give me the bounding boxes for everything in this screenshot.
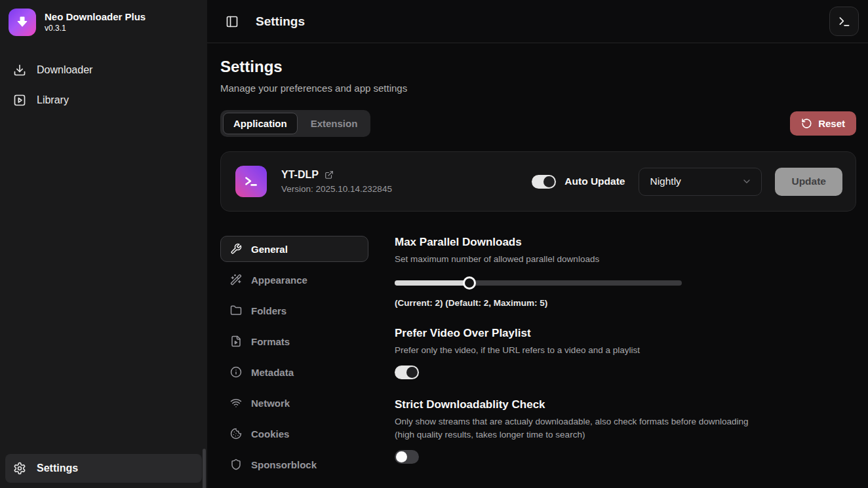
- settings-nav-cookies[interactable]: Cookies: [220, 421, 368, 447]
- tab-group: Application Extension: [220, 110, 370, 137]
- slider-thumb[interactable]: [463, 276, 476, 290]
- app-version: v0.3.1: [45, 24, 146, 33]
- sidebar-spacer: [0, 116, 207, 454]
- terminal-icon: [838, 15, 851, 28]
- update-button[interactable]: Update: [775, 168, 842, 196]
- prefer-video-toggle[interactable]: [395, 366, 419, 379]
- sidebar-scrollbar[interactable]: [203, 449, 206, 488]
- setting-max-parallel: Max Parallel Downloads Set maximum numbe…: [395, 236, 856, 308]
- app-logo: [9, 9, 36, 36]
- auto-update-label: Auto Update: [564, 176, 625, 187]
- settings-nav: General Appearance: [220, 236, 368, 483]
- ytdlp-terminal-icon: [235, 166, 267, 197]
- tabs-row: Application Extension Reset: [220, 110, 856, 137]
- ytdlp-card: YT-DLP Version: 2025.10.14.232845 Auto U…: [220, 151, 856, 212]
- settings-nav-label: Appearance: [251, 274, 307, 286]
- toggle-knob: [543, 176, 555, 187]
- panel-left-icon: [226, 15, 239, 28]
- setting-description: Set maximum number of allowed parallel d…: [395, 253, 749, 266]
- settings-nav-label: Folders: [251, 305, 286, 316]
- settings-nav-folders[interactable]: Folders: [220, 297, 368, 324]
- settings-nav-network[interactable]: Network: [220, 390, 368, 416]
- auto-update-group: Auto Update: [532, 175, 625, 189]
- settings-nav-label: Network: [251, 398, 290, 409]
- strict-check-toggle[interactable]: [395, 450, 419, 464]
- download-arrow-icon: [14, 14, 30, 30]
- rotate-ccw-icon: [801, 118, 812, 129]
- gear-icon: [13, 462, 26, 475]
- reset-button-label: Reset: [818, 118, 845, 129]
- app-title-block: Neo Downloader Plus v0.3.1: [45, 11, 146, 33]
- download-icon: [13, 64, 26, 77]
- app-name: Neo Downloader Plus: [45, 11, 146, 24]
- settings-body: General Appearance: [220, 236, 856, 483]
- info-icon: [230, 366, 242, 378]
- folder-icon: [230, 305, 242, 316]
- settings-nav-appearance[interactable]: Appearance: [220, 267, 368, 293]
- slider-info: (Current: 2) (Default: 2, Maximum: 5): [395, 298, 856, 308]
- setting-prefer-video: Prefer Video Over Playlist Prefer only t…: [395, 327, 856, 380]
- wifi-icon: [230, 397, 242, 409]
- auto-update-toggle[interactable]: [532, 175, 556, 189]
- cookie-icon: [230, 428, 242, 440]
- slider-fill: [395, 280, 469, 286]
- external-link-icon[interactable]: [325, 170, 334, 179]
- ytdlp-meta: YT-DLP Version: 2025.10.14.232845: [281, 169, 392, 194]
- settings-nav-general[interactable]: General: [220, 236, 368, 262]
- sidebar: Neo Downloader Plus v0.3.1 Downloader Li…: [0, 0, 207, 488]
- max-parallel-slider[interactable]: [395, 276, 682, 290]
- main-area: Settings Settings Manage your preference…: [207, 0, 868, 488]
- settings-panel: Max Parallel Downloads Set maximum numbe…: [395, 236, 856, 483]
- setting-title: Strict Downloadablity Check: [395, 398, 856, 411]
- chevron-down-icon: [741, 176, 752, 187]
- file-play-icon: [230, 335, 242, 347]
- settings-nav-label: General: [251, 244, 288, 255]
- tab-extension[interactable]: Extension: [300, 113, 368, 134]
- page-subtitle: Manage your preferences and app settings: [220, 83, 856, 94]
- sidebar-nav: Downloader Library: [0, 56, 207, 116]
- sidebar-item-downloader[interactable]: Downloader: [5, 56, 202, 84]
- ytdlp-version: Version: 2025.10.14.232845: [281, 184, 392, 194]
- app-logo-row: Neo Downloader Plus v0.3.1: [0, 0, 207, 36]
- header-title: Settings: [256, 14, 305, 29]
- settings-page: Settings Manage your preferences and app…: [207, 43, 868, 483]
- update-channel-value: Nightly: [650, 176, 681, 187]
- sidebar-item-label: Settings: [37, 462, 78, 474]
- terminal-button[interactable]: [829, 7, 859, 36]
- settings-nav-sponsorblock[interactable]: Sponsorblock: [220, 451, 368, 478]
- settings-nav-formats[interactable]: Formats: [220, 328, 368, 354]
- update-channel-select[interactable]: Nightly: [639, 168, 762, 196]
- settings-nav-label: Metadata: [251, 367, 294, 378]
- settings-nav-label: Formats: [251, 336, 290, 347]
- settings-nav-metadata[interactable]: Metadata: [220, 359, 368, 385]
- setting-description: Only show streams that are actualy downl…: [395, 415, 749, 441]
- tab-application[interactable]: Application: [223, 113, 298, 134]
- wand-icon: [230, 274, 242, 286]
- sidebar-item-library[interactable]: Library: [5, 86, 202, 115]
- header: Settings: [207, 0, 868, 43]
- reset-button[interactable]: Reset: [790, 111, 856, 136]
- settings-nav-label: Cookies: [251, 428, 289, 440]
- toggle-knob: [396, 451, 407, 462]
- setting-title: Prefer Video Over Playlist: [395, 327, 856, 340]
- setting-description: Prefer only the video, if the URL refers…: [395, 344, 749, 357]
- setting-title: Max Parallel Downloads: [395, 236, 856, 249]
- setting-strict-check: Strict Downloadablity Check Only show st…: [395, 398, 856, 464]
- sidebar-toggle-button[interactable]: [222, 11, 243, 32]
- wrench-icon: [230, 243, 242, 255]
- library-play-icon: [13, 94, 26, 107]
- shield-icon: [230, 459, 242, 470]
- settings-nav-label: Sponsorblock: [251, 459, 317, 470]
- ytdlp-title: YT-DLP: [281, 169, 319, 181]
- sidebar-item-label: Library: [37, 94, 69, 106]
- sidebar-item-label: Downloader: [37, 64, 92, 76]
- sidebar-item-settings[interactable]: Settings: [5, 454, 202, 483]
- toggle-knob: [406, 367, 418, 378]
- page-title: Settings: [220, 58, 856, 76]
